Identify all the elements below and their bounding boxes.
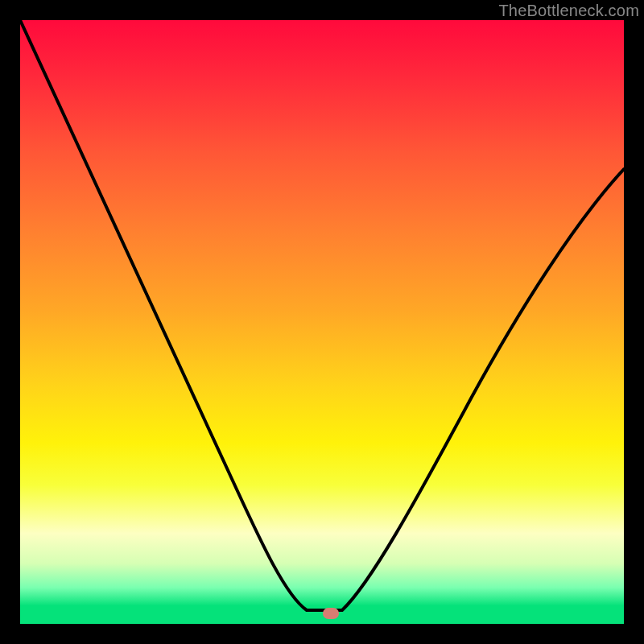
curve-path [20,20,624,610]
watermark-text: TheBottleneck.com [498,2,639,20]
optimum-marker [323,608,339,619]
plot-area [20,20,624,624]
chart-frame: TheBottleneck.com [0,0,644,644]
bottleneck-curve [20,20,624,624]
